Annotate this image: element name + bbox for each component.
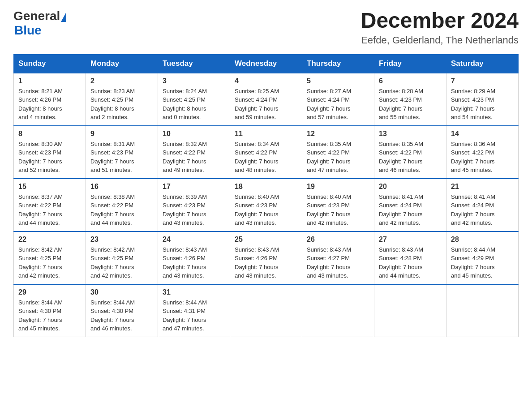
calendar-cell: 18Sunrise: 8:40 AMSunset: 4:23 PMDayligh… — [230, 179, 302, 231]
calendar-cell: 8Sunrise: 8:30 AMSunset: 4:23 PMDaylight… — [14, 126, 86, 179]
day-info: Sunrise: 8:40 AMSunset: 4:23 PMDaylight:… — [235, 193, 297, 227]
title-area: December 2024 Eefde, Gelderland, The Net… — [361, 9, 519, 46]
day-number: 15 — [18, 183, 81, 191]
day-number: 17 — [163, 183, 225, 191]
day-number: 27 — [379, 235, 442, 244]
day-number: 11 — [235, 130, 297, 138]
day-number: 3 — [163, 77, 225, 85]
day-info: Sunrise: 8:36 AMSunset: 4:22 PMDaylight:… — [451, 140, 514, 175]
day-number: 7 — [451, 77, 514, 85]
calendar-cell: 14Sunrise: 8:36 AMSunset: 4:22 PMDayligh… — [446, 126, 519, 179]
calendar-cell: 27Sunrise: 8:43 AMSunset: 4:28 PMDayligh… — [374, 231, 446, 284]
day-number: 28 — [451, 235, 514, 244]
day-info: Sunrise: 8:35 AMSunset: 4:22 PMDaylight:… — [307, 140, 369, 175]
day-number: 16 — [90, 183, 153, 191]
day-number: 24 — [163, 235, 225, 244]
day-number: 14 — [451, 130, 514, 138]
day-number: 31 — [163, 288, 225, 296]
day-info: Sunrise: 8:41 AMSunset: 4:24 PMDaylight:… — [451, 193, 514, 227]
calendar-cell: 16Sunrise: 8:38 AMSunset: 4:22 PMDayligh… — [86, 179, 158, 231]
day-info: Sunrise: 8:43 AMSunset: 4:26 PMDaylight:… — [235, 245, 297, 280]
calendar-cell: 10Sunrise: 8:32 AMSunset: 4:22 PMDayligh… — [158, 126, 230, 179]
calendar-cell: 4Sunrise: 8:25 AMSunset: 4:24 PMDaylight… — [230, 73, 302, 126]
day-info: Sunrise: 8:31 AMSunset: 4:23 PMDaylight:… — [90, 140, 153, 175]
day-info: Sunrise: 8:28 AMSunset: 4:23 PMDaylight:… — [379, 87, 442, 122]
month-year-title: December 2024 — [361, 9, 519, 33]
day-info: Sunrise: 8:34 AMSunset: 4:22 PMDaylight:… — [235, 140, 297, 175]
day-info: Sunrise: 8:38 AMSunset: 4:22 PMDaylight:… — [90, 193, 153, 227]
day-number: 5 — [307, 77, 369, 85]
day-info: Sunrise: 8:21 AMSunset: 4:26 PMDaylight:… — [18, 87, 81, 122]
day-info: Sunrise: 8:44 AMSunset: 4:31 PMDaylight:… — [163, 298, 225, 333]
day-info: Sunrise: 8:39 AMSunset: 4:23 PMDaylight:… — [163, 193, 225, 227]
day-info: Sunrise: 8:24 AMSunset: 4:25 PMDaylight:… — [163, 87, 225, 122]
day-number: 26 — [307, 235, 369, 244]
day-number: 25 — [235, 235, 297, 244]
col-header-sunday: Sunday — [14, 54, 86, 73]
col-header-thursday: Thursday — [302, 54, 374, 73]
col-header-friday: Friday — [374, 54, 446, 73]
day-info: Sunrise: 8:42 AMSunset: 4:25 PMDaylight:… — [90, 245, 153, 280]
col-header-monday: Monday — [86, 54, 158, 73]
day-number: 13 — [379, 130, 442, 138]
day-info: Sunrise: 8:41 AMSunset: 4:24 PMDaylight:… — [379, 193, 442, 227]
calendar-week-row: 8Sunrise: 8:30 AMSunset: 4:23 PMDaylight… — [14, 126, 519, 179]
calendar-cell: 12Sunrise: 8:35 AMSunset: 4:22 PMDayligh… — [302, 126, 374, 179]
calendar-cell: 15Sunrise: 8:37 AMSunset: 4:22 PMDayligh… — [14, 179, 86, 231]
day-info: Sunrise: 8:44 AMSunset: 4:29 PMDaylight:… — [451, 245, 514, 280]
calendar-cell: 21Sunrise: 8:41 AMSunset: 4:24 PMDayligh… — [446, 179, 519, 231]
day-info: Sunrise: 8:25 AMSunset: 4:24 PMDaylight:… — [235, 87, 297, 122]
calendar-cell: 6Sunrise: 8:28 AMSunset: 4:23 PMDaylight… — [374, 73, 446, 126]
day-info: Sunrise: 8:44 AMSunset: 4:30 PMDaylight:… — [90, 298, 153, 333]
calendar-cell: 31Sunrise: 8:44 AMSunset: 4:31 PMDayligh… — [158, 284, 230, 337]
day-number: 12 — [307, 130, 369, 138]
col-header-saturday: Saturday — [446, 54, 519, 73]
day-number: 9 — [90, 130, 153, 138]
logo-general-text: General — [13, 9, 60, 23]
calendar-cell: 19Sunrise: 8:40 AMSunset: 4:23 PMDayligh… — [302, 179, 374, 231]
calendar-cell: 2Sunrise: 8:23 AMSunset: 4:25 PMDaylight… — [86, 73, 158, 126]
day-info: Sunrise: 8:32 AMSunset: 4:22 PMDaylight:… — [163, 140, 225, 175]
calendar-week-row: 1Sunrise: 8:21 AMSunset: 4:26 PMDaylight… — [14, 73, 519, 126]
day-number: 10 — [163, 130, 225, 138]
day-info: Sunrise: 8:29 AMSunset: 4:23 PMDaylight:… — [451, 87, 514, 122]
calendar-cell: 26Sunrise: 8:43 AMSunset: 4:27 PMDayligh… — [302, 231, 374, 284]
day-number: 18 — [235, 183, 297, 191]
logo-blue-text: Blue — [14, 23, 42, 38]
day-info: Sunrise: 8:40 AMSunset: 4:23 PMDaylight:… — [307, 193, 369, 227]
day-number: 22 — [18, 235, 81, 244]
day-number: 20 — [379, 183, 442, 191]
day-info: Sunrise: 8:44 AMSunset: 4:30 PMDaylight:… — [18, 298, 81, 333]
day-number: 8 — [18, 130, 81, 138]
calendar-cell: 9Sunrise: 8:31 AMSunset: 4:23 PMDaylight… — [86, 126, 158, 179]
calendar-cell — [446, 284, 519, 337]
day-info: Sunrise: 8:27 AMSunset: 4:24 PMDaylight:… — [307, 87, 369, 122]
calendar-cell: 30Sunrise: 8:44 AMSunset: 4:30 PMDayligh… — [86, 284, 158, 337]
calendar-cell: 3Sunrise: 8:24 AMSunset: 4:25 PMDaylight… — [158, 73, 230, 126]
day-info: Sunrise: 8:30 AMSunset: 4:23 PMDaylight:… — [18, 140, 81, 175]
calendar-table: SundayMondayTuesdayWednesdayThursdayFrid… — [13, 54, 519, 337]
calendar-cell: 23Sunrise: 8:42 AMSunset: 4:25 PMDayligh… — [86, 231, 158, 284]
day-info: Sunrise: 8:37 AMSunset: 4:22 PMDaylight:… — [18, 193, 81, 227]
day-number: 6 — [379, 77, 442, 85]
day-number: 4 — [235, 77, 297, 85]
logo: General Blue — [13, 9, 66, 38]
day-number: 21 — [451, 183, 514, 191]
calendar-cell — [230, 284, 302, 337]
calendar-cell: 28Sunrise: 8:44 AMSunset: 4:29 PMDayligh… — [446, 231, 519, 284]
day-number: 19 — [307, 183, 369, 191]
calendar-cell: 7Sunrise: 8:29 AMSunset: 4:23 PMDaylight… — [446, 73, 519, 126]
calendar-cell: 24Sunrise: 8:43 AMSunset: 4:26 PMDayligh… — [158, 231, 230, 284]
day-info: Sunrise: 8:43 AMSunset: 4:27 PMDaylight:… — [307, 245, 369, 280]
calendar-cell: 29Sunrise: 8:44 AMSunset: 4:30 PMDayligh… — [14, 284, 86, 337]
calendar-cell — [374, 284, 446, 337]
day-info: Sunrise: 8:42 AMSunset: 4:25 PMDaylight:… — [18, 245, 81, 280]
day-info: Sunrise: 8:43 AMSunset: 4:26 PMDaylight:… — [163, 245, 225, 280]
day-number: 30 — [90, 288, 153, 296]
day-info: Sunrise: 8:43 AMSunset: 4:28 PMDaylight:… — [379, 245, 442, 280]
calendar-week-row: 22Sunrise: 8:42 AMSunset: 4:25 PMDayligh… — [14, 231, 519, 284]
calendar-week-row: 15Sunrise: 8:37 AMSunset: 4:22 PMDayligh… — [14, 179, 519, 231]
calendar-cell: 5Sunrise: 8:27 AMSunset: 4:24 PMDaylight… — [302, 73, 374, 126]
col-header-wednesday: Wednesday — [230, 54, 302, 73]
day-number: 1 — [18, 77, 81, 85]
